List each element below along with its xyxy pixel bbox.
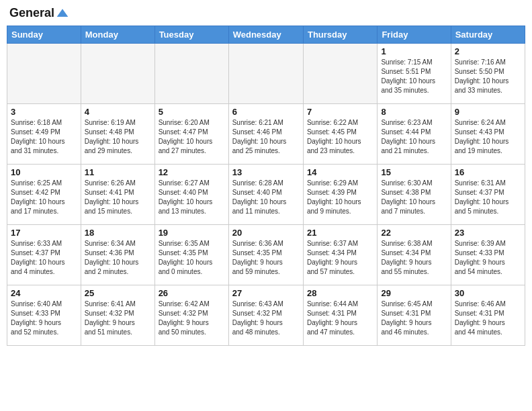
day-info: Sunrise: 7:15 AM Sunset: 5:51 PM Dayligh… (381, 58, 447, 95)
day-number: 11 (85, 167, 151, 177)
day-number: 25 (85, 288, 151, 298)
day-info: Sunrise: 6:42 AM Sunset: 4:32 PM Dayligh… (159, 300, 225, 337)
calendar-week-row: 24Sunrise: 6:40 AM Sunset: 4:33 PM Dayli… (7, 285, 525, 346)
calendar-day-cell: 26Sunrise: 6:42 AM Sunset: 4:32 PM Dayli… (154, 285, 228, 346)
calendar-day-cell (228, 44, 303, 104)
svg-marker-0 (57, 9, 69, 17)
calendar-day-cell (154, 44, 228, 104)
calendar-day-cell: 6Sunrise: 6:21 AM Sunset: 4:46 PM Daylig… (228, 104, 303, 165)
calendar-day-cell: 20Sunrise: 6:36 AM Sunset: 4:35 PM Dayli… (228, 225, 303, 285)
calendar-day-cell: 29Sunrise: 6:45 AM Sunset: 4:31 PM Dayli… (378, 285, 451, 346)
day-number: 18 (85, 228, 151, 238)
calendar-day-cell: 11Sunrise: 6:26 AM Sunset: 4:41 PM Dayli… (81, 165, 154, 225)
day-number: 19 (159, 228, 225, 238)
calendar-week-row: 17Sunrise: 6:33 AM Sunset: 4:37 PM Dayli… (7, 225, 525, 285)
day-info: Sunrise: 6:22 AM Sunset: 4:45 PM Dayligh… (307, 118, 373, 156)
day-number: 21 (307, 228, 373, 238)
calendar-day-cell: 7Sunrise: 6:22 AM Sunset: 4:45 PM Daylig… (303, 104, 377, 165)
calendar-day-cell: 2Sunrise: 7:16 AM Sunset: 5:50 PM Daylig… (451, 44, 525, 104)
calendar-day-cell: 27Sunrise: 6:43 AM Sunset: 4:32 PM Dayli… (228, 285, 303, 346)
day-of-week-header: Tuesday (154, 26, 228, 44)
day-number: 22 (381, 228, 447, 238)
day-info: Sunrise: 6:18 AM Sunset: 4:49 PM Dayligh… (11, 118, 77, 156)
day-number: 12 (159, 167, 225, 177)
day-of-week-header: Sunday (7, 26, 81, 44)
calendar-day-cell: 4Sunrise: 6:19 AM Sunset: 4:48 PM Daylig… (81, 104, 154, 165)
day-info: Sunrise: 6:35 AM Sunset: 4:35 PM Dayligh… (159, 239, 225, 277)
day-of-week-header: Saturday (451, 26, 525, 44)
calendar-day-cell: 3Sunrise: 6:18 AM Sunset: 4:49 PM Daylig… (7, 104, 81, 165)
day-of-week-header: Wednesday (228, 26, 303, 44)
day-info: Sunrise: 6:19 AM Sunset: 4:48 PM Dayligh… (85, 118, 151, 156)
calendar-day-cell: 14Sunrise: 6:29 AM Sunset: 4:39 PM Dayli… (303, 165, 377, 225)
calendar-day-cell: 22Sunrise: 6:38 AM Sunset: 4:34 PM Dayli… (378, 225, 451, 285)
calendar-day-cell: 15Sunrise: 6:30 AM Sunset: 4:38 PM Dayli… (378, 165, 451, 225)
day-info: Sunrise: 6:26 AM Sunset: 4:41 PM Dayligh… (85, 179, 151, 216)
calendar-day-cell: 28Sunrise: 6:44 AM Sunset: 4:31 PM Dayli… (303, 285, 377, 346)
calendar-header-row: SundayMondayTuesdayWednesdayThursdayFrid… (7, 26, 525, 44)
logo-icon (56, 7, 69, 20)
day-info: Sunrise: 6:37 AM Sunset: 4:34 PM Dayligh… (307, 239, 373, 277)
day-of-week-header: Friday (378, 26, 451, 44)
day-info: Sunrise: 6:21 AM Sunset: 4:46 PM Dayligh… (232, 118, 300, 156)
day-info: Sunrise: 6:45 AM Sunset: 4:31 PM Dayligh… (381, 300, 447, 337)
day-number: 15 (381, 167, 447, 177)
day-number: 29 (381, 288, 447, 298)
day-info: Sunrise: 6:43 AM Sunset: 4:32 PM Dayligh… (232, 300, 300, 337)
calendar-day-cell: 13Sunrise: 6:28 AM Sunset: 4:40 PM Dayli… (228, 165, 303, 225)
calendar-day-cell: 19Sunrise: 6:35 AM Sunset: 4:35 PM Dayli… (154, 225, 228, 285)
calendar-day-cell: 25Sunrise: 6:41 AM Sunset: 4:32 PM Dayli… (81, 285, 154, 346)
day-info: Sunrise: 6:40 AM Sunset: 4:33 PM Dayligh… (11, 300, 77, 337)
day-number: 26 (159, 288, 225, 298)
day-info: Sunrise: 6:34 AM Sunset: 4:36 PM Dayligh… (85, 239, 151, 277)
day-info: Sunrise: 7:16 AM Sunset: 5:50 PM Dayligh… (455, 58, 521, 95)
day-info: Sunrise: 6:44 AM Sunset: 4:31 PM Dayligh… (307, 300, 373, 337)
calendar-day-cell: 18Sunrise: 6:34 AM Sunset: 4:36 PM Dayli… (81, 225, 154, 285)
calendar-table: SundayMondayTuesdayWednesdayThursdayFrid… (7, 26, 525, 346)
day-number: 6 (232, 107, 300, 117)
page-header: General (7, 7, 525, 20)
day-info: Sunrise: 6:20 AM Sunset: 4:47 PM Dayligh… (159, 118, 225, 156)
day-number: 14 (307, 167, 373, 177)
day-number: 1 (381, 46, 447, 56)
day-info: Sunrise: 6:25 AM Sunset: 4:42 PM Dayligh… (11, 179, 77, 216)
day-of-week-header: Monday (81, 26, 154, 44)
day-number: 16 (455, 167, 521, 177)
calendar-day-cell: 24Sunrise: 6:40 AM Sunset: 4:33 PM Dayli… (7, 285, 81, 346)
calendar-day-cell: 30Sunrise: 6:46 AM Sunset: 4:31 PM Dayli… (451, 285, 525, 346)
day-number: 9 (455, 107, 521, 117)
calendar-day-cell: 10Sunrise: 6:25 AM Sunset: 4:42 PM Dayli… (7, 165, 81, 225)
calendar-week-row: 1Sunrise: 7:15 AM Sunset: 5:51 PM Daylig… (7, 44, 525, 104)
day-number: 24 (11, 288, 77, 298)
day-info: Sunrise: 6:30 AM Sunset: 4:38 PM Dayligh… (381, 179, 447, 216)
day-number: 13 (232, 167, 300, 177)
day-info: Sunrise: 6:41 AM Sunset: 4:32 PM Dayligh… (85, 300, 151, 337)
day-info: Sunrise: 6:27 AM Sunset: 4:40 PM Dayligh… (159, 179, 225, 216)
day-info: Sunrise: 6:39 AM Sunset: 4:33 PM Dayligh… (455, 239, 521, 277)
day-info: Sunrise: 6:24 AM Sunset: 4:43 PM Dayligh… (455, 118, 521, 156)
day-of-week-header: Thursday (303, 26, 377, 44)
day-number: 7 (307, 107, 373, 117)
day-info: Sunrise: 6:36 AM Sunset: 4:35 PM Dayligh… (232, 239, 300, 277)
day-number: 3 (11, 107, 77, 117)
calendar-day-cell: 17Sunrise: 6:33 AM Sunset: 4:37 PM Dayli… (7, 225, 81, 285)
day-info: Sunrise: 6:23 AM Sunset: 4:44 PM Dayligh… (381, 118, 447, 156)
day-number: 2 (455, 46, 521, 56)
day-number: 28 (307, 288, 373, 298)
day-number: 20 (232, 228, 300, 238)
calendar-day-cell (7, 44, 81, 104)
day-number: 5 (159, 107, 225, 117)
day-number: 10 (11, 167, 77, 177)
day-info: Sunrise: 6:38 AM Sunset: 4:34 PM Dayligh… (381, 239, 447, 277)
calendar-day-cell: 23Sunrise: 6:39 AM Sunset: 4:33 PM Dayli… (451, 225, 525, 285)
day-number: 27 (232, 288, 300, 298)
calendar-day-cell (81, 44, 154, 104)
calendar-week-row: 3Sunrise: 6:18 AM Sunset: 4:49 PM Daylig… (7, 104, 525, 165)
day-number: 8 (381, 107, 447, 117)
calendar-day-cell: 16Sunrise: 6:31 AM Sunset: 4:37 PM Dayli… (451, 165, 525, 225)
calendar-day-cell (303, 44, 377, 104)
calendar-week-row: 10Sunrise: 6:25 AM Sunset: 4:42 PM Dayli… (7, 165, 525, 225)
day-info: Sunrise: 6:31 AM Sunset: 4:37 PM Dayligh… (455, 179, 521, 216)
calendar-day-cell: 1Sunrise: 7:15 AM Sunset: 5:51 PM Daylig… (378, 44, 451, 104)
day-number: 4 (85, 107, 151, 117)
